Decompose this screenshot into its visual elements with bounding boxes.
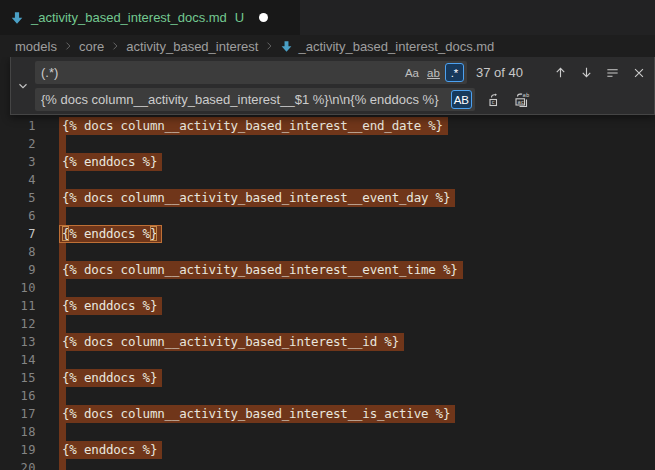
find-input[interactable] [41,65,400,80]
code-line[interactable]: 18 [0,423,655,441]
line-content [59,207,66,225]
line-number[interactable]: 9 [0,261,36,279]
find-in-selection-button[interactable] [602,62,623,83]
line-number[interactable]: 7 [0,225,36,243]
markdown-file-icon [10,11,24,25]
find-match-highlight: {% docs column__activity_based_interest_… [59,261,463,279]
line-content [59,387,66,405]
code-line[interactable]: 8 [0,243,655,261]
line-number[interactable]: 4 [0,171,36,189]
find-match-highlight-empty [59,351,66,369]
line-number[interactable]: 12 [0,315,36,333]
line-number[interactable]: 1 [0,117,36,135]
line-content: {% enddocs %} [59,297,162,315]
line-number[interactable]: 3 [0,153,36,171]
svg-text:ac: ac [517,98,524,104]
find-match-highlight-empty [59,135,66,153]
line-number[interactable]: 11 [0,297,36,315]
breadcrumb: models core activity_based_interest _act… [0,35,655,57]
code-line[interactable]: 1{% docs column__activity_based_interest… [0,117,655,135]
line-number[interactable]: 18 [0,423,36,441]
chevron-right-icon [62,40,74,52]
code-line[interactable]: 9{% docs column__activity_based_interest… [0,261,655,279]
line-number[interactable]: 17 [0,405,36,423]
next-match-button[interactable] [576,62,597,83]
code-line[interactable]: 4 [0,171,655,189]
code-line[interactable]: 16 [0,387,655,405]
code-line[interactable]: 7{% enddocs %} [0,225,655,243]
line-content: {% docs column__activity_based_interest_… [59,189,455,207]
svg-text:ab: ab [522,92,529,98]
breadcrumb-item-activity-based-interest[interactable]: activity_based_interest [126,39,258,54]
find-match-highlight: {% enddocs %} [59,153,162,171]
tab-activity-based-interest-docs[interactable]: _activity_based_interest_docs.md U [0,0,300,35]
chevron-right-icon [263,40,275,52]
find-match-highlight-empty [59,423,66,441]
line-content [59,351,66,369]
find-match-highlight-empty [59,279,66,297]
line-content: {% docs column__activity_based_interest_… [59,117,448,135]
previous-match-button[interactable] [550,62,571,83]
find-match-highlight: {% docs column__activity_based_interest_… [59,117,448,135]
code-line[interactable]: 15{% enddocs %} [0,369,655,387]
breadcrumb-item-core[interactable]: core [79,39,104,54]
code-line[interactable]: 19{% enddocs %} [0,441,655,459]
toggle-replace-button[interactable] [11,57,35,114]
code-line[interactable]: 17{% docs column__activity_based_interes… [0,405,655,423]
tab-filename: _activity_based_interest_docs.md [31,10,227,25]
regex-toggle[interactable]: .* [445,63,464,82]
line-content [59,279,66,297]
line-number[interactable]: 5 [0,189,36,207]
line-number[interactable]: 13 [0,333,36,351]
find-match-highlight-empty [59,207,66,225]
code-line[interactable]: 14 [0,351,655,369]
line-content [59,243,66,261]
line-number[interactable]: 14 [0,351,36,369]
code-line[interactable]: 12 [0,315,655,333]
find-match-highlight: {% enddocs %} [59,369,162,387]
code-line[interactable]: 11{% enddocs %} [0,297,655,315]
markdown-file-icon [280,40,293,53]
git-status-badge: U [235,10,244,25]
find-match-highlight: {% docs column__activity_based_interest_… [59,189,455,207]
line-number[interactable]: 20 [0,459,36,470]
replace-input-wrap: AB [35,88,475,111]
line-content: {% docs column__activity_based_interest_… [59,261,463,279]
current-find-match: {% enddocs %} [59,225,162,243]
line-number[interactable]: 16 [0,387,36,405]
line-content [59,423,66,441]
code-line[interactable]: 3{% enddocs %} [0,153,655,171]
close-icon[interactable] [628,62,649,83]
replace-one-button[interactable]: c [484,89,505,110]
code-line[interactable]: 6 [0,207,655,225]
code-line[interactable]: 13{% docs column__activity_based_interes… [0,333,655,351]
line-content [59,171,66,189]
modified-indicator-dot[interactable] [259,13,268,22]
find-match-highlight-empty [59,387,66,405]
code-line[interactable]: 5{% docs column__activity_based_interest… [0,189,655,207]
find-match-highlight: {% docs column__activity_based_interest_… [59,333,404,351]
line-content [59,135,66,153]
replace-input[interactable] [41,92,449,107]
code-line[interactable]: 10 [0,279,655,297]
find-input-wrap: Aa ab .* [35,61,467,84]
code-line[interactable]: 2 [0,135,655,153]
line-number[interactable]: 6 [0,207,36,225]
line-number[interactable]: 15 [0,369,36,387]
line-number[interactable]: 19 [0,441,36,459]
find-match-highlight-empty [59,315,66,333]
preserve-case-toggle[interactable]: AB [451,90,472,109]
code-line[interactable]: 20 [0,459,655,470]
breadcrumb-item-models[interactable]: models [15,39,57,54]
whole-word-toggle[interactable]: ab [424,63,443,82]
line-number[interactable]: 2 [0,135,36,153]
tab-bar: _activity_based_interest_docs.md U [0,0,655,35]
replace-row: AB c ab [35,88,649,111]
line-number[interactable]: 10 [0,279,36,297]
breadcrumb-item-file[interactable]: _activity_based_interest_docs.md [298,39,494,54]
line-content: {% enddocs %} [59,153,162,171]
replace-all-button[interactable]: ab ac [511,89,532,110]
find-match-highlight-empty [59,243,66,261]
line-number[interactable]: 8 [0,243,36,261]
match-case-toggle[interactable]: Aa [402,63,422,82]
